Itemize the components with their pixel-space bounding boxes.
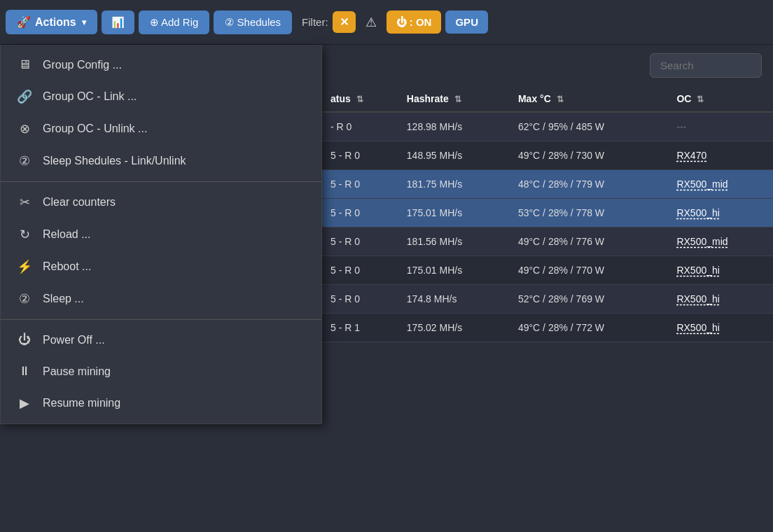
cell-max-temp: 62°C / 95% / 485 W	[510, 112, 668, 141]
actions-label: Actions	[35, 16, 76, 29]
table-row[interactable]: 5 - R 1 175.02 MH/s 49°C / 28% / 772 W R…	[322, 314, 773, 342]
monitor-icon: 🖥	[16, 57, 33, 72]
cell-status: 5 - R 0	[322, 170, 398, 199]
menu-item-clear-counters[interactable]: ✂ Clear counters	[1, 186, 321, 218]
pause-icon: ⏸	[16, 364, 33, 379]
power-on-button[interactable]: ⏻ : ON	[386, 10, 442, 34]
gpu-label: GPU	[455, 16, 478, 28]
table-row[interactable]: 5 - R 0 181.75 MH/s 48°C / 28% / 779 W R…	[322, 170, 773, 199]
cell-oc: RX500_hi	[668, 314, 773, 342]
cell-oc: ---	[668, 112, 773, 141]
sleep-shedules-icon: ②	[16, 153, 33, 169]
unlink-icon: ⊗	[16, 121, 33, 136]
reload-icon: ↻	[16, 227, 33, 242]
menu-item-reload-label: Reload ...	[43, 228, 90, 241]
cell-status: 5 - R 0	[322, 227, 398, 256]
table-row[interactable]: 5 - R 0 181.56 MH/s 49°C / 28% / 776 W R…	[322, 227, 773, 256]
rocket-icon: 🚀	[17, 15, 31, 29]
toolbar: 🚀 Actions ▾ 📊 ⊕ Add Rig ② Shedules Filte…	[0, 0, 773, 45]
cell-hashrate: 181.75 MH/s	[398, 170, 510, 199]
cell-max-temp: 52°C / 28% / 769 W	[510, 285, 668, 314]
cell-oc: RX500_hi	[668, 199, 773, 227]
search-input[interactable]	[650, 53, 762, 78]
cell-hashrate: 181.56 MH/s	[398, 227, 510, 256]
table-row[interactable]: 5 - R 0 148.95 MH/s 49°C / 28% / 730 W R…	[322, 141, 773, 170]
menu-item-pause-mining[interactable]: ⏸ Pause mining	[1, 356, 321, 387]
cell-hashrate: 175.01 MH/s	[398, 256, 510, 285]
add-rig-label: ⊕ Add Rig	[150, 16, 199, 29]
menu-item-sleep-shedules[interactable]: ② Sleep Shedules - Link/Unlink	[1, 145, 321, 177]
actions-dropdown-menu: 🖥 Group Config ... 🔗 Group OC - Link ...…	[0, 45, 322, 424]
col-max-temp: Max °C ⇅	[510, 86, 668, 112]
col-status: atus ⇅	[322, 86, 398, 112]
warning-icon: ⚠	[365, 15, 377, 29]
table-body: - R 0 128.98 MH/s 62°C / 95% / 485 W ---…	[322, 112, 773, 342]
shedules-button[interactable]: ② Shedules	[214, 10, 292, 34]
cell-hashrate: 175.01 MH/s	[398, 199, 510, 227]
table-row[interactable]: 5 - R 0 175.01 MH/s 49°C / 28% / 770 W R…	[322, 256, 773, 285]
sort-icon-status: ⇅	[356, 94, 363, 104]
cell-status: 5 - R 0	[322, 199, 398, 227]
menu-item-group-oc-link[interactable]: 🔗 Group OC - Link ...	[1, 80, 321, 113]
menu-item-reboot[interactable]: ⚡ Reboot ...	[1, 251, 321, 283]
menu-item-group-oc-unlink[interactable]: ⊗ Group OC - Unlink ...	[1, 113, 321, 145]
cell-hashrate: 175.02 MH/s	[398, 314, 510, 342]
menu-item-resume-mining[interactable]: ▶ Resume mining	[1, 387, 321, 419]
gpu-button[interactable]: GPU	[445, 10, 488, 34]
cell-oc: RX500_hi	[668, 256, 773, 285]
actions-button[interactable]: 🚀 Actions ▾	[6, 10, 97, 34]
menu-section-actions: ✂ Clear counters ↻ Reload ... ⚡ Reboot .…	[1, 182, 321, 320]
x-icon: ✕	[340, 16, 349, 28]
cell-oc: RX500_mid	[668, 170, 773, 199]
col-hashrate: Hashrate ⇅	[398, 86, 510, 112]
table-row[interactable]: - R 0 128.98 MH/s 62°C / 95% / 485 W ---	[322, 112, 773, 141]
resume-icon: ▶	[16, 396, 33, 411]
filter-x-button[interactable]: ✕	[333, 11, 356, 33]
cell-hashrate: 148.95 MH/s	[398, 141, 510, 170]
menu-item-group-oc-link-label: Group OC - Link ...	[43, 90, 137, 103]
table-row[interactable]: 5 - R 0 175.01 MH/s 53°C / 28% / 778 W R…	[322, 199, 773, 227]
menu-item-group-config-label: Group Config ...	[43, 59, 122, 71]
menu-item-group-oc-unlink-label: Group OC - Unlink ...	[43, 122, 147, 135]
menu-item-sleep-shedules-label: Sleep Shedules - Link/Unlink	[43, 155, 186, 167]
cell-oc: RX500_hi	[668, 285, 773, 314]
filter-warn-button[interactable]: ⚠	[360, 10, 382, 34]
cell-oc: RX470	[668, 141, 773, 170]
add-rig-button[interactable]: ⊕ Add Rig	[139, 10, 210, 34]
cell-max-temp: 49°C / 28% / 776 W	[510, 227, 668, 256]
menu-item-resume-mining-label: Resume mining	[43, 397, 120, 410]
menu-item-sleep[interactable]: ② Sleep ...	[1, 283, 321, 315]
search-bar	[322, 45, 773, 86]
on-label: ⏻ : ON	[396, 16, 432, 28]
menu-item-reboot-label: Reboot ...	[43, 260, 91, 273]
cell-max-temp: 49°C / 28% / 730 W	[510, 141, 668, 170]
cell-status: 5 - R 1	[322, 314, 398, 342]
rigs-table: atus ⇅ Hashrate ⇅ Max °C ⇅ OC ⇅ - R 0	[322, 86, 773, 342]
table-row[interactable]: 5 - R 0 174.8 MH/s 52°C / 28% / 769 W RX…	[322, 285, 773, 314]
sort-icon-hashrate: ⇅	[454, 94, 461, 104]
sort-icon-max-temp: ⇅	[557, 94, 564, 104]
sleep-icon: ②	[16, 291, 33, 307]
cell-max-temp: 53°C / 28% / 778 W	[510, 199, 668, 227]
chevron-down-icon: ▾	[82, 18, 86, 27]
col-oc: OC ⇅	[668, 86, 773, 112]
cell-hashrate: 174.8 MH/s	[398, 285, 510, 314]
clear-icon: ✂	[16, 195, 33, 210]
menu-item-reload[interactable]: ↻ Reload ...	[1, 218, 321, 251]
cell-status: 5 - R 0	[322, 256, 398, 285]
cell-status: 5 - R 0	[322, 285, 398, 314]
cell-oc: RX500_mid	[668, 227, 773, 256]
menu-section-power: ⏻ Power Off ... ⏸ Pause mining ▶ Resume …	[1, 320, 321, 424]
menu-item-clear-counters-label: Clear counters	[43, 196, 116, 209]
menu-section-group: 🖥 Group Config ... 🔗 Group OC - Link ...…	[1, 45, 321, 182]
menu-item-power-off[interactable]: ⏻ Power Off ...	[1, 324, 321, 356]
chart-button[interactable]: 📊	[102, 10, 134, 34]
table-area: atus ⇅ Hashrate ⇅ Max °C ⇅ OC ⇅ - R 0	[322, 45, 773, 532]
reboot-icon: ⚡	[16, 259, 33, 274]
cell-max-temp: 48°C / 28% / 779 W	[510, 170, 668, 199]
cell-max-temp: 49°C / 28% / 772 W	[510, 314, 668, 342]
menu-item-sleep-label: Sleep ...	[43, 293, 84, 305]
filter-label: Filter:	[302, 16, 328, 28]
cell-status: - R 0	[322, 112, 398, 141]
menu-item-group-config[interactable]: 🖥 Group Config ...	[1, 49, 321, 80]
